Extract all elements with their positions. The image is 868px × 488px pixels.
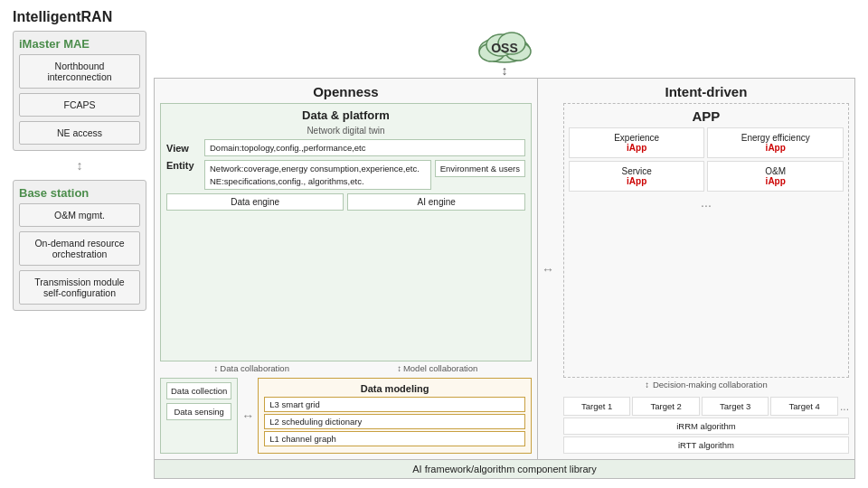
view-label: View: [166, 143, 201, 154]
dm-title: Data modeling: [264, 383, 525, 394]
om-iapp: O&M iApp: [707, 161, 844, 192]
imaster-section: iMaster MAE Northbound interconnection F…: [13, 31, 146, 151]
dp-entity-row: Entity Network:coverage,energy consumpti…: [166, 160, 525, 190]
oss-arrow: ↕: [502, 63, 508, 78]
energy-iapp: Energy efficiency iApp: [707, 127, 844, 158]
experience-label: Experience: [573, 133, 701, 143]
columns-arrow: ↔: [538, 79, 558, 459]
experience-iapp-label: iApp: [573, 143, 701, 153]
data-collab-label: Data collaboration: [220, 363, 289, 373]
decision-collab-row: ↕ Decision-making collaboration: [563, 378, 849, 391]
app-dots: ...: [569, 195, 844, 210]
service-iapp: Service iApp: [569, 161, 705, 192]
base-items: O&M mgmt. On-demand resource orchestrati…: [19, 203, 140, 305]
om-label: O&M: [712, 166, 839, 176]
columns-row: Openness Data & platform Network digital…: [154, 78, 855, 460]
om-iapp-label: iApp: [712, 176, 839, 186]
entity-content: Network:coverage,energy consumption,expe…: [204, 160, 431, 190]
intent-bottom: Target 1 Target 2 Target 3 Target 4 ... …: [563, 394, 849, 454]
app-grid: Experience iApp Energy efficiency iApp S…: [569, 127, 844, 192]
irrm-box: iRRM algorithm: [563, 418, 849, 435]
imaster-items: Northbound interconnection FCAPS NE acce…: [19, 54, 140, 145]
intent-col: Intent-driven APP Experience iApp Energy…: [558, 79, 854, 459]
dp-view-row: View Domain:topology,config.,performance…: [166, 139, 525, 156]
entity-label: Entity: [166, 160, 201, 171]
decision-collab-label: Decision-making collaboration: [653, 380, 768, 389]
app-title: IntelligentRAN: [13, 9, 855, 25]
target-3: Target 3: [702, 397, 769, 416]
service-iapp-label: iApp: [573, 176, 701, 186]
data-collection: Data collection: [166, 382, 231, 399]
openness-col: Openness Data & platform Network digital…: [155, 79, 538, 459]
ne-access: NE access: [19, 121, 140, 145]
view-content: Domain:topology,config.,performance,etc: [204, 139, 525, 156]
bottom-section: Data collection Data sensing ↔ Data mode…: [160, 378, 532, 454]
data-engine: Data engine: [166, 193, 344, 211]
dc-dm-arrow: ↔: [241, 378, 254, 454]
target-2: Target 2: [632, 397, 700, 416]
base-title: Base station: [19, 186, 140, 200]
target-1: Target 1: [563, 397, 631, 416]
data-collection-box: Data collection Data sensing: [160, 378, 238, 454]
oss-cloud-row: .cloud-fill{fill:#d0e8d0;stroke:#5a8a5a;…: [154, 31, 855, 78]
base-station-section: Base station O&M mgmt. On-demand resourc…: [13, 180, 146, 311]
targets-dots-icon: ...: [840, 400, 849, 413]
target-4: Target 4: [770, 397, 838, 416]
left-arrow-icon: ↕: [214, 363, 219, 373]
env-box: Environment & users: [435, 160, 525, 177]
app-title: APP: [569, 108, 844, 124]
main-area: .cloud-fill{fill:#d0e8d0;stroke:#5a8a5a;…: [154, 31, 855, 479]
openness-collab-row: ↕ Data collaboration ↕ Model collaborati…: [160, 361, 532, 375]
data-collab-item: ↕ Data collaboration: [214, 363, 289, 373]
left-sidebar: iMaster MAE Northbound interconnection F…: [13, 31, 146, 479]
imaster-title: iMaster MAE: [19, 37, 140, 51]
dm-l2: L2 scheduling dictionary: [264, 414, 525, 429]
experience-iapp: Experience iApp: [569, 127, 705, 158]
oss-cloud: .cloud-fill{fill:#d0e8d0;stroke:#5a8a5a;…: [468, 27, 541, 78]
fcaps: FCAPS: [19, 93, 140, 117]
dm-l3: L3 smart grid: [264, 397, 525, 412]
app-box: APP Experience iApp Energy efficiency iA…: [563, 103, 849, 378]
model-arrow-icon: ↕: [397, 363, 401, 373]
northbound-interconnection: Northbound interconnection: [19, 54, 140, 89]
model-collab-label: Model collaboration: [403, 363, 477, 373]
dm-l1: L1 channel graph: [264, 431, 525, 446]
on-demand: On-demand resource orchestration: [19, 231, 140, 266]
targets-row: Target 1 Target 2 Target 3 Target 4 ...: [563, 397, 849, 416]
irtt-box: iRTT algorithm: [563, 436, 849, 454]
intent-title: Intent-driven: [563, 84, 849, 99]
dp-title: Data & platform: [166, 108, 525, 122]
service-label: Service: [573, 166, 701, 176]
sidebar-arrow: ↕: [13, 156, 146, 174]
transmission: Transmission module self-configuration: [19, 270, 140, 305]
data-modeling-box: Data modeling L3 smart grid L2 schedulin…: [258, 378, 532, 454]
cloud-icon: .cloud-fill{fill:#d0e8d0;stroke:#5a8a5a;…: [468, 27, 541, 63]
updown-arrow-icon: ↕: [77, 158, 83, 173]
dp-subtitle: Network digital twin: [166, 126, 525, 136]
energy-iapp-label: iApp: [712, 143, 839, 153]
entity-content1: Network:coverage,energy consumption,expe…: [210, 164, 426, 174]
dp-engines-row: Data engine AI engine: [166, 193, 525, 211]
model-collab-item: ↕ Model collaboration: [397, 363, 477, 373]
energy-label: Energy efficiency: [712, 133, 839, 143]
ai-framework-row: AI framework/algorithm component library: [154, 460, 855, 479]
om-mgmt: O&M mgmt.: [19, 203, 140, 227]
ai-engine: AI engine: [347, 193, 524, 211]
openness-title: Openness: [160, 84, 532, 99]
entity-content2: NE:specifications,config., algorithms,et…: [210, 176, 426, 186]
svg-text:OSS: OSS: [491, 41, 518, 55]
data-platform-box: Data & platform Network digital twin Vie…: [160, 103, 532, 361]
decision-arrow-icon: ↕: [645, 380, 649, 389]
data-sensing: Data sensing: [166, 403, 231, 420]
